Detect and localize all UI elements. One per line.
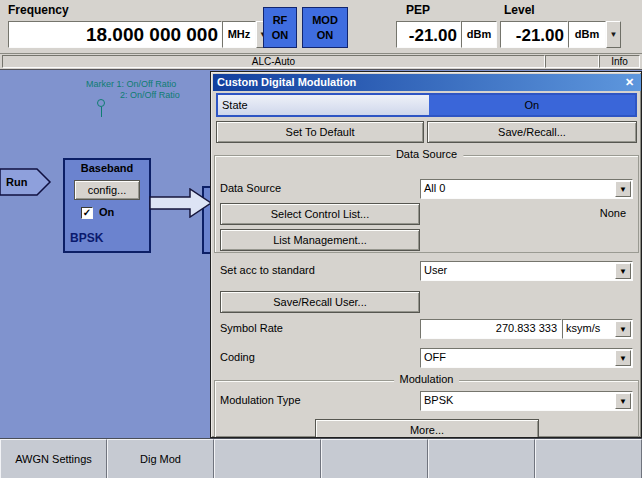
dialog-title: Custom Digital Modulation xyxy=(217,76,356,88)
coding-select[interactable]: OFF ▼ xyxy=(420,348,633,368)
state-label: State xyxy=(218,95,429,115)
chevron-down-icon[interactable]: ▼ xyxy=(615,321,631,337)
pep-unit: dBm xyxy=(461,21,497,48)
status-bar: ALC-Auto Info xyxy=(0,54,642,70)
data-source-value: All 0 xyxy=(424,182,445,194)
rf-on-button[interactable]: RF ON xyxy=(263,7,297,48)
level-value-field[interactable]: -21.00 xyxy=(500,21,568,48)
level-label: Level xyxy=(504,3,535,17)
dialog-titlebar[interactable]: Custom Digital Modulation ✕ xyxy=(213,74,641,91)
set-acc-value: User xyxy=(424,264,447,276)
on-checkbox[interactable]: ✓ xyxy=(81,207,93,219)
set-acc-select[interactable]: User ▼ xyxy=(420,261,633,281)
group-label-data-source: Data Source xyxy=(390,148,463,160)
level-unit-dropdown-icon[interactable]: ▼ xyxy=(606,21,621,48)
info-button[interactable]: Info xyxy=(599,55,640,68)
softkey-6[interactable] xyxy=(535,439,642,478)
baseband-modulation-label: BPSK xyxy=(70,231,103,245)
coding-label: Coding xyxy=(220,351,255,363)
level-unit[interactable]: dBm xyxy=(568,21,606,48)
list-management-button[interactable]: List Management... xyxy=(220,229,420,251)
symbol-rate-unit: ksym/s xyxy=(566,322,600,334)
header-bar: Frequency 18.000 000 000 MHz ▼ RF ON MOD… xyxy=(0,0,642,54)
softkey-3[interactable] xyxy=(214,439,321,478)
data-source-select[interactable]: All 0 ▼ xyxy=(420,179,633,199)
chevron-down-icon[interactable]: ▼ xyxy=(615,181,631,197)
modulation-type-label: Modulation Type xyxy=(220,394,301,406)
mod-on-line2: ON xyxy=(317,29,334,41)
alc-status: ALC-Auto xyxy=(2,55,545,68)
chevron-down-icon[interactable]: ▼ xyxy=(615,350,631,366)
frequency-value-field[interactable]: 18.000 000 000 xyxy=(8,21,222,48)
custom-digital-modulation-dialog: Custom Digital Modulation ✕ State On Set… xyxy=(210,71,642,438)
select-control-list-button[interactable]: Select Control List... xyxy=(220,203,420,225)
softkey-5[interactable] xyxy=(428,439,535,478)
close-icon[interactable]: ✕ xyxy=(622,75,637,89)
save-recall-button[interactable]: Save/Recall... xyxy=(427,121,637,143)
save-recall-user-button[interactable]: Save/Recall User... xyxy=(220,291,420,313)
marker-annotation-line1: Marker 1: On/Off Ratio xyxy=(86,79,180,90)
frequency-unit[interactable]: MHz xyxy=(222,21,256,48)
marker-annotation: Marker 1: On/Off Ratio 2: On/Off Ratio xyxy=(86,79,180,101)
marker-symbol-icon xyxy=(97,99,105,107)
run-indicator: Run xyxy=(6,176,27,188)
modulation-type-select[interactable]: BPSK ▼ xyxy=(420,391,633,411)
state-value-toggle[interactable]: On xyxy=(429,95,636,115)
symbol-rate-unit-select[interactable]: ksym/s ▼ xyxy=(562,319,633,339)
set-to-default-button[interactable]: Set To Default xyxy=(216,121,424,143)
softkey-awgn-settings[interactable]: AWGN Settings xyxy=(0,439,107,478)
marker-symbol-stem xyxy=(101,107,102,117)
baseband-block[interactable]: Baseband config... ✓ On BPSK xyxy=(63,158,151,253)
more-button[interactable]: More... xyxy=(315,419,539,438)
softkey-4[interactable] xyxy=(321,439,428,478)
chevron-down-icon[interactable]: ▼ xyxy=(615,263,631,279)
frequency-label: Frequency xyxy=(8,3,69,17)
pep-label: PEP xyxy=(406,3,430,17)
chevron-down-icon[interactable]: ▼ xyxy=(615,393,631,409)
mod-on-button[interactable]: MOD ON xyxy=(302,7,348,48)
rf-on-line1: RF xyxy=(273,14,288,26)
softkey-bar: AWGN Settings Dig Mod xyxy=(0,438,642,478)
coding-value: OFF xyxy=(424,351,446,363)
softkey-dig-mod[interactable]: Dig Mod xyxy=(107,439,214,478)
control-list-status: None xyxy=(541,207,626,219)
pep-value-field[interactable]: -21.00 xyxy=(396,21,461,48)
marker-annotation-line2: 2: On/Off Ratio xyxy=(120,90,180,101)
baseband-title: Baseband xyxy=(65,162,149,174)
state-row[interactable]: State On xyxy=(216,93,637,117)
flow-arrow-icon xyxy=(149,188,213,218)
symbol-rate-input[interactable]: 270.833 333 xyxy=(420,319,562,339)
set-acc-label: Set acc to standard xyxy=(220,264,315,276)
on-checkbox-label: On xyxy=(99,206,114,218)
rf-on-line2: ON xyxy=(272,29,289,41)
data-source-label: Data Source xyxy=(220,182,281,194)
mod-on-line1: MOD xyxy=(312,14,338,26)
symbol-rate-label: Symbol Rate xyxy=(220,322,283,334)
config-button[interactable]: config... xyxy=(74,180,140,200)
status-spacer xyxy=(545,55,599,68)
group-label-modulation: Modulation xyxy=(394,373,460,385)
modulation-type-value: BPSK xyxy=(424,394,453,406)
